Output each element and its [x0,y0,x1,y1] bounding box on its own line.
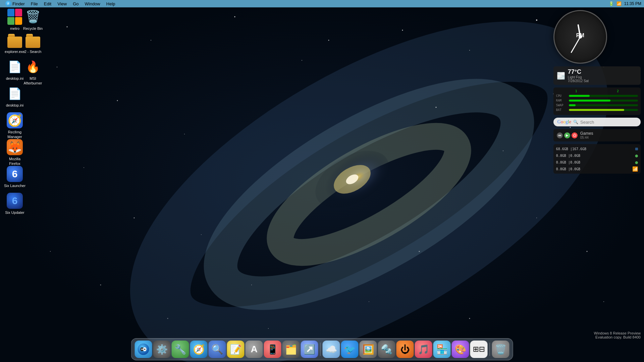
svg-point-3 [265,115,473,274]
dock-item-store[interactable]: 🏪 [433,341,451,358]
metro-label: metro [9,26,20,31]
media-power-button[interactable]: ⏻ [572,132,578,138]
desktop-ini-2-label: desktop.ini [5,103,25,108]
dock-item-appstore[interactable]: A [246,341,263,358]
dock-item-qr[interactable]: ⊞⊟ [470,341,488,358]
edit-menu[interactable]: Edit [41,1,54,7]
dock-item-app2[interactable]: 📱 [264,341,281,358]
dock-item-search[interactable]: 🔍 [209,341,226,358]
file-menu[interactable]: File [28,1,41,7]
svg-point-29 [268,328,269,329]
sysmon-swap-row: SWAP [556,104,638,107]
svg-point-31 [469,318,470,319]
svg-point-26 [100,285,101,286]
svg-point-17 [436,107,437,108]
sysmon-swap-fill [569,104,576,106]
search-folder-icon [25,32,41,48]
dock-item-safari[interactable]: 🧭 [190,341,208,358]
view-menu[interactable]: View [55,1,69,7]
svg-point-22 [201,234,202,235]
recycle-bin-label: Recycle Bin [22,26,44,31]
media-info: Games 05:44 [580,131,593,139]
msi-label: MSI Afterburner [21,76,45,86]
network-icon: 📶 [632,166,638,172]
window-menu[interactable]: Window [82,1,103,7]
media-prev-button[interactable]: ⏮ [557,132,563,138]
windows-branding: Windows 8 Release Preview Evaluation cop… [594,331,641,339]
desktop-icon-desktop-ini-2[interactable]: 📄 desktop.ini [3,85,27,108]
svg-point-41 [142,349,143,350]
storage-size-1: 68.6GB |167.6GB [556,147,633,151]
desktop-icon-six-updater[interactable]: 6 Six Updater [3,193,27,215]
storage-widget: 68.6GB |167.6GB ⊞ 0.0GB |0.0GB ● 0.0GB |… [553,144,641,174]
search-label: 2 - Search [23,49,43,54]
finder-menu[interactable]: F Finder [3,0,28,7]
dock-item-stickies[interactable]: 📝 [227,341,245,358]
win-branding-line1: Windows 8 Release Preview [594,331,641,335]
clock-widget: PM [553,10,607,64]
dock-item-power[interactable]: ⏻ [396,341,414,358]
dock-item-twitter[interactable]: 🐦 [341,341,359,358]
google-search-widget[interactable]: Google 🔍 [553,118,641,126]
go-menu[interactable]: Go [70,1,81,7]
help-menu[interactable]: Help [104,1,118,7]
desktop-icon-search[interactable]: 2 - Search [21,32,45,54]
svg-point-12 [469,50,470,51]
dock-item-settings[interactable]: ⚙️ [153,341,171,358]
svg-point-30 [369,301,369,302]
google-brand: Google [557,119,571,125]
sysmon-bat-bar [569,109,638,111]
storage-row-1: 68.6GB |167.6GB ⊞ [556,145,638,152]
desktop-icon-six-launcher[interactable]: 6 Six Launcher [3,166,27,188]
desktop-icon-reclimg[interactable]: 🧭 ReclImg Manager [3,112,27,140]
desktop: F Finder File Edit View Go Window Help 🔋… [0,0,644,362]
google-search-input[interactable] [580,120,637,125]
dock-item-music[interactable]: 🎵 [415,341,432,358]
dock-item-photoedit[interactable]: 🎨 [452,341,469,358]
six-launcher-icon: 6 [7,166,23,182]
media-play-button[interactable]: ▶ [564,132,570,138]
media-controls: ⏮ ▶ ⏻ [557,132,578,138]
metro-icon [7,9,23,25]
clock-minute-hand [571,37,581,53]
widgets: PM 🌫️ 77°C Light Fog 7/28/2012 Sat 1 2 C… [553,10,641,174]
dock-item-cloud[interactable]: ☁️ [323,341,340,358]
weather-widget: 🌫️ 77°C Light Fog 7/28/2012 Sat [553,66,641,85]
svg-point-10 [302,60,302,61]
win-branding-line2: Evaluation copy. Build 8400 [594,335,641,339]
svg-point-23 [536,218,537,218]
desktop-icon-recycle-bin[interactable]: 🗑️ Recycle Bin [21,9,45,31]
dock-item-share[interactable]: ↗️ [301,341,318,358]
svg-point-27 [603,301,604,302]
menubar-left: F Finder File Edit View Go Window Help [3,0,118,7]
sysmon-ram-label: RAM [556,99,566,102]
six-updater-label: Six Updater [4,210,25,215]
dock-item-finder[interactable] [135,341,152,358]
svg-point-20 [84,167,84,168]
sysmon-cpu-fill [569,95,590,97]
svg-point-21 [134,218,135,219]
desktop-ini-2-icon: 📄 [7,85,23,102]
dock-item-database[interactable]: 🗂️ [282,341,300,358]
menubar-right: 🔋 📶 11:35 PM [609,1,641,6]
desktop-icon-msi[interactable]: 🔥 MSI Afterburner [21,59,45,86]
dock-item-tools2[interactable]: 🔩 [378,341,395,358]
dock-item-tool[interactable]: 🔧 [172,341,189,358]
desktop-icon-firefox[interactable]: 🦊 Mozilla Firefox [3,139,27,167]
svg-point-1 [119,0,619,362]
dock: ⚙️ 🔧 🧭 🔍 📝 A 📱 🗂️ ↗️ ☁️ 🐦 [131,338,513,360]
svg-point-16 [184,134,185,134]
weather-date: 7/28/2012 Sat [568,79,589,83]
sysmon-cpu-bar [569,95,638,97]
dock-item-trash[interactable]: 🗑️ [492,341,509,358]
svg-point-36 [419,251,420,252]
six-updater-icon: 6 [7,193,23,209]
storage-row-2: 0.0GB |0.0GB ● [556,152,638,159]
sysmon-bat-label: BAT [556,108,566,112]
drive-3-icon: ● [635,160,638,165]
dock-item-photos[interactable]: 🖼️ [360,341,377,358]
svg-point-18 [503,150,503,151]
dock-separator [320,343,321,356]
svg-point-25 [50,251,51,252]
sysmon-tab-1: 1 [556,89,596,93]
